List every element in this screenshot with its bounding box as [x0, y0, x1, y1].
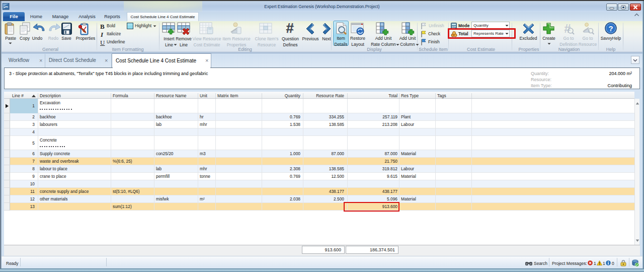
svg-text:?: ? [608, 24, 613, 33]
svg-text:#: # [286, 22, 294, 36]
